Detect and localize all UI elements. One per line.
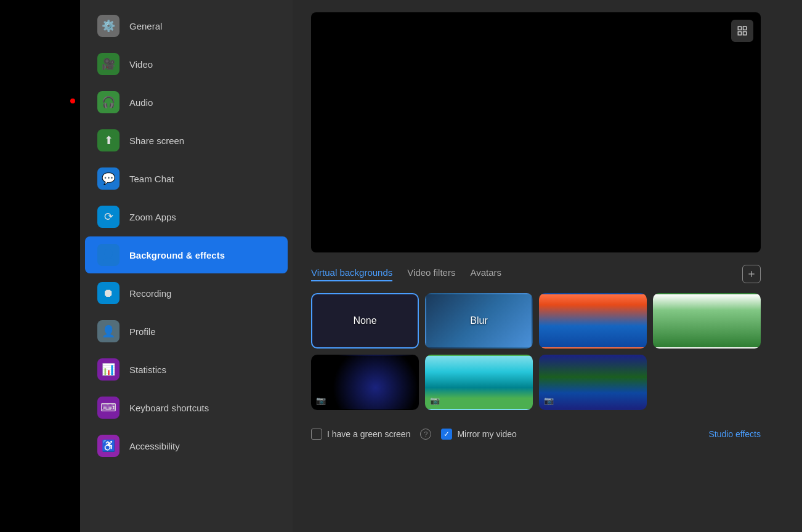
team-chat-icon: 💬 [97,167,119,190]
audio-icon: 🎧 [97,91,119,113]
sidebar-item-general[interactable]: ⚙️General [85,7,288,44]
bottom-controls: I have a green screen ? ✓ Mirror my vide… [311,422,761,440]
video-preview [311,12,761,252]
recording-label: Recording [129,288,171,299]
bg-thumb-blur-label: Blur [470,315,487,326]
general-icon: ⚙️ [97,15,119,37]
beach-camera-icon: 📷 [430,396,440,405]
general-label: General [129,21,162,31]
sidebar-item-accessibility[interactable]: ♿Accessibility [85,427,288,464]
sidebar-item-share-screen[interactable]: ⬆Share screen [85,122,288,159]
video-label: Video [129,59,153,70]
aurora-camera-icon: 📷 [544,396,554,405]
accessibility-icon: ♿ [97,435,119,457]
tab-video-filters[interactable]: Video filters [407,267,455,281]
keyboard-shortcuts-icon: ⌨ [97,397,119,419]
team-chat-label: Team Chat [129,174,174,184]
bg-thumb-blur[interactable]: Blur [425,293,533,349]
sidebar-item-zoom-apps[interactable]: ⟳Zoom Apps [85,198,288,235]
bg-thumb-aurora[interactable]: 📷 [539,355,647,410]
tab-avatars[interactable]: Avatars [470,267,501,281]
profile-icon: 👤 [97,320,119,342]
audio-label: Audio [129,97,153,108]
statistics-icon: 📊 [97,358,119,381]
green-screen-label: I have a green screen [327,429,410,439]
zoom-apps-icon: ⟳ [97,206,119,228]
bg-thumb-beach[interactable]: 📷 [425,355,533,410]
main-content: Virtual backgroundsVideo filtersAvatars … [293,0,802,532]
green-screen-checkbox-item[interactable]: I have a green screen [311,429,410,440]
sidebar-item-statistics[interactable]: 📊Statistics [85,351,288,388]
share-screen-label: Share screen [129,135,184,146]
statistics-label: Statistics [129,365,166,375]
earth-camera-icon: 📷 [316,396,326,405]
sidebar-item-recording[interactable]: ⏺Recording [85,275,288,312]
svg-rect-3 [743,32,747,35]
accessibility-label: Accessibility [129,441,180,451]
svg-rect-1 [743,26,747,30]
mirror-video-checkbox-item[interactable]: ✓ Mirror my video [441,429,516,440]
left-strip [0,0,80,532]
background-effects-label: Background & effects [129,250,225,260]
tabs-header: Virtual backgroundsVideo filtersAvatars [311,265,761,283]
share-screen-icon: ⬆ [97,129,119,151]
bg-thumb-none[interactable]: None [311,293,419,349]
studio-effects-link[interactable]: Studio effects [708,429,761,439]
tabs-section: Virtual backgroundsVideo filtersAvatars … [311,265,761,410]
add-background-button[interactable] [742,265,761,283]
background-effects-icon: 👤 [97,244,119,266]
bg-thumb-grass[interactable] [653,293,761,349]
sidebar-item-audio[interactable]: 🎧Audio [85,84,288,121]
green-screen-help-icon[interactable]: ? [420,429,431,440]
recording-icon: ⏺ [97,282,119,304]
svg-rect-0 [738,26,741,30]
expand-preview-button[interactable] [731,20,753,42]
mirror-video-label: Mirror my video [457,429,516,439]
zoom-apps-label: Zoom Apps [129,212,176,222]
bg-thumb-none-label: None [353,315,376,326]
mirror-video-checkbox[interactable]: ✓ [441,429,452,440]
profile-label: Profile [129,326,156,337]
bg-thumb-bridge[interactable] [539,293,647,349]
svg-rect-2 [738,32,741,35]
video-icon: 🎥 [97,53,119,75]
bg-grid-row2: 📷📷📷 [311,355,761,410]
sidebar-item-team-chat[interactable]: 💬Team Chat [85,160,288,197]
sidebar-item-background-effects[interactable]: 👤Background & effects [85,236,288,273]
notification-dot [70,99,75,103]
sidebar: ⚙️General🎥Video🎧Audio⬆Share screen💬Team … [80,0,293,532]
bg-thumb-earth[interactable]: 📷 [311,355,419,410]
keyboard-shortcuts-label: Keyboard shortcuts [129,403,209,413]
sidebar-item-profile[interactable]: 👤Profile [85,313,288,350]
sidebar-item-video[interactable]: 🎥Video [85,46,288,83]
tab-virtual-backgrounds[interactable]: Virtual backgrounds [311,267,392,281]
green-screen-checkbox[interactable] [311,429,322,440]
sidebar-item-keyboard-shortcuts[interactable]: ⌨Keyboard shortcuts [85,389,288,426]
bg-grid-row1: NoneBlur [311,293,761,349]
